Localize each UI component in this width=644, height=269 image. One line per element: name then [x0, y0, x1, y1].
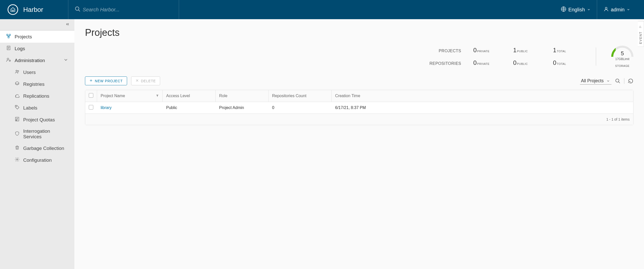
sidebar-item-registries[interactable]: Registries	[0, 78, 74, 90]
stat-proj-private: 0PRIVATE	[473, 47, 501, 54]
stat-repo-public: 0PUBLIC	[513, 59, 541, 66]
search-input[interactable]	[81, 7, 172, 13]
svg-line-32	[619, 82, 620, 83]
table-pagination: 1 - 1 of 1 items	[85, 114, 633, 125]
cell-access: Public	[163, 102, 216, 114]
stat-repo-total: 0TOTAL	[553, 59, 581, 66]
svg-point-19	[16, 106, 16, 107]
filter-icon[interactable]	[156, 94, 159, 98]
stat-projects-label: PROJECTS	[429, 49, 461, 53]
actions-row: NEW PROJECT DELETE All Projects	[85, 76, 633, 85]
brand-title: Harbor	[23, 6, 43, 14]
user-menu[interactable]: admin	[597, 0, 636, 19]
sidebar-item-labels[interactable]: Labels	[0, 102, 74, 114]
stats-row: PROJECTS 0PRIVATE 1PUBLIC 1TOTAL REPOSIT…	[85, 46, 633, 67]
trash-icon	[15, 145, 20, 151]
col-created: Creation Time	[332, 90, 633, 102]
svg-rect-6	[8, 37, 9, 38]
sidebar-item-label: Replications	[23, 93, 49, 99]
svg-point-0	[75, 7, 79, 10]
svg-point-15	[7, 58, 9, 60]
gear-icon	[15, 157, 20, 163]
sidebar-item-label: Registries	[23, 82, 44, 87]
button-label: NEW PROJECT	[95, 79, 123, 83]
svg-line-1	[78, 10, 80, 11]
chevron-down-icon	[627, 7, 630, 13]
chevron-down-icon	[63, 57, 68, 64]
svg-point-18	[18, 70, 19, 71]
delete-button[interactable]: DELETE	[131, 76, 160, 85]
replications-icon	[15, 93, 20, 99]
sidebar-item-administration[interactable]: Administration	[0, 55, 74, 66]
sidebar-item-label: Interrogation Services	[23, 128, 68, 140]
row-checkbox[interactable]	[89, 105, 93, 110]
quotas-icon	[15, 117, 20, 123]
divider	[596, 47, 596, 66]
labels-icon	[15, 105, 20, 111]
sidebar-item-label: Projects	[15, 34, 32, 40]
main-content: EVENT ⚐ Projects PROJECTS 0PRIVATE 1PUBL…	[74, 19, 644, 269]
page-title: Projects	[85, 27, 633, 38]
sidebar-item-label: Garbage Collection	[23, 146, 64, 151]
globe-icon	[561, 6, 566, 13]
flag-icon: ⚐	[639, 25, 643, 29]
plus-icon	[89, 79, 93, 83]
sidebar-item-garbage[interactable]: Garbage Collection	[0, 142, 74, 154]
stat-repo-private: 0PRIVATE	[473, 59, 501, 66]
sidebar-item-projects[interactable]: Projects	[0, 31, 74, 43]
svg-rect-4	[7, 34, 8, 36]
search-icon	[75, 6, 81, 13]
users-icon	[15, 69, 20, 75]
svg-point-17	[16, 70, 17, 71]
sidebar-item-users[interactable]: Users	[0, 66, 74, 78]
storage-caption: STORAGE	[611, 64, 633, 67]
stat-proj-total: 1TOTAL	[553, 47, 581, 54]
new-project-button[interactable]: NEW PROJECT	[85, 76, 127, 85]
sidebar-item-quotas[interactable]: Project Quotas	[0, 114, 74, 126]
storage-gauge: 5 17GBLimit STORAGE	[611, 46, 633, 67]
storage-value: 5	[611, 50, 633, 57]
projects-icon	[6, 34, 11, 40]
shield-icon	[15, 131, 20, 137]
harbor-logo-icon	[8, 4, 18, 15]
col-name: Project Name	[101, 94, 125, 98]
sidebar-collapse[interactable]	[0, 19, 74, 30]
table-header-row: Project Name Access Level Role Repositor…	[85, 90, 633, 102]
svg-rect-5	[9, 34, 11, 36]
table-search-button[interactable]	[615, 78, 621, 84]
button-label: DELETE	[141, 79, 156, 83]
event-tab[interactable]: EVENT ⚐	[638, 21, 644, 47]
event-label: EVENT	[639, 31, 642, 44]
registries-icon	[15, 81, 20, 87]
refresh-button[interactable]	[628, 78, 633, 84]
sidebar-item-logs[interactable]: Logs	[0, 43, 74, 55]
sidebar-item-interrogation[interactable]: Interrogation Services	[0, 126, 74, 142]
header-right: English admin	[554, 0, 636, 19]
chevron-double-left-icon	[65, 22, 70, 28]
stat-proj-public: 1PUBLIC	[513, 47, 541, 54]
col-repos: Repositories Count	[269, 90, 332, 102]
admin-icon	[6, 57, 11, 64]
sidebar-item-replications[interactable]: Replications	[0, 90, 74, 102]
projects-table: Project Name Access Level Role Repositor…	[85, 90, 633, 125]
brand: Harbor	[8, 4, 68, 15]
search-area	[68, 0, 179, 19]
sidebar-item-configuration[interactable]: Configuration	[0, 154, 74, 166]
sidebar: Projects Logs Administration Users Regis…	[0, 19, 74, 269]
project-link[interactable]: library	[101, 105, 112, 110]
project-filter-select[interactable]: All Projects	[580, 77, 611, 85]
col-access: Access Level	[163, 90, 216, 102]
select-all-checkbox[interactable]	[89, 93, 93, 98]
storage-limit: 17GBLimit	[611, 57, 633, 61]
language-switcher[interactable]: English	[554, 0, 597, 19]
sidebar-item-label: Project Quotas	[23, 117, 55, 123]
svg-point-31	[616, 79, 619, 82]
stat-repos-label: REPOSITORIES	[429, 61, 461, 66]
svg-point-3	[605, 7, 607, 9]
sidebar-item-label: Users	[23, 70, 36, 75]
col-role: Role	[216, 90, 269, 102]
svg-point-16	[9, 60, 11, 61]
table-row: library Public Project Admin 0 6/17/21, …	[85, 102, 633, 114]
cell-role: Project Admin	[216, 102, 269, 114]
sidebar-item-label: Configuration	[23, 157, 52, 163]
